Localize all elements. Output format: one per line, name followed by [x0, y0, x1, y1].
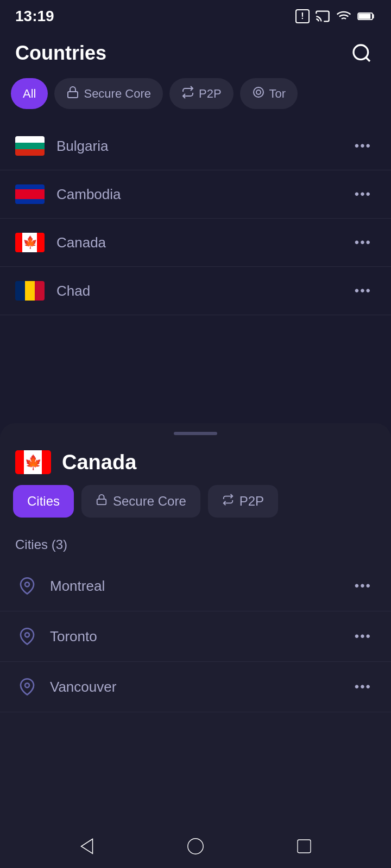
city-item-montreal[interactable]: Montreal ••• — [0, 561, 391, 611]
tab-tor[interactable]: Tor — [240, 78, 298, 109]
header: Countries — [0, 30, 391, 78]
filter-tabs: All Secure Core P2P Tor — [0, 78, 391, 122]
bottom-sheet-header: Canada — [0, 435, 391, 485]
country-name-chad: Chad — [56, 283, 350, 299]
status-time: 13:19 — [15, 8, 54, 25]
country-item-bulgaria[interactable]: Bulgaria ••• — [0, 122, 391, 170]
svg-rect-3 — [358, 14, 370, 19]
svg-line-5 — [366, 58, 370, 61]
svg-rect-9 — [97, 499, 106, 505]
svg-marker-13 — [81, 839, 93, 854]
battery-icon — [357, 10, 376, 23]
country-item-cambodia[interactable]: Cambodia ••• — [0, 170, 391, 219]
search-button[interactable] — [348, 39, 376, 67]
cast-icon — [315, 9, 330, 24]
tab-p2p[interactable]: P2P — [169, 78, 234, 109]
svg-rect-6 — [68, 92, 78, 98]
bottom-tab-cities[interactable]: Cities — [13, 485, 74, 518]
svg-rect-15 — [298, 840, 311, 853]
more-btn-toronto[interactable]: ••• — [350, 624, 376, 648]
bottom-tab-p2p-label: P2P — [239, 494, 264, 509]
city-name-montreal: Montreal — [50, 578, 350, 595]
recents-icon — [295, 838, 313, 855]
nav-back-button[interactable] — [71, 830, 103, 863]
tor-tab-icon — [252, 86, 265, 101]
status-icons: ! — [295, 9, 376, 24]
secure-core-tab-icon — [66, 86, 79, 101]
more-btn-bulgaria[interactable]: ••• — [350, 134, 376, 158]
country-item-chad[interactable]: Chad ••• — [0, 267, 391, 315]
bottom-navigation — [0, 825, 391, 868]
wifi-icon — [336, 9, 352, 24]
flag-bulgaria — [15, 136, 45, 156]
flag-cambodia — [15, 184, 45, 204]
tab-all-label: All — [23, 87, 36, 101]
country-name-canada: Canada — [56, 234, 350, 251]
bottom-tab-secure-core[interactable]: Secure Core — [81, 485, 200, 518]
page-title: Countries — [15, 42, 106, 65]
flag-chad — [15, 281, 45, 301]
bottom-sheet: Canada Cities Secure Core — [0, 423, 391, 868]
city-item-toronto[interactable]: Toronto ••• — [0, 611, 391, 662]
flag-canada — [15, 233, 45, 252]
bottom-tab-secure-core-label: Secure Core — [113, 494, 186, 509]
tab-secure-core[interactable]: Secure Core — [54, 78, 163, 109]
alert-icon: ! — [295, 9, 310, 23]
country-list: Bulgaria ••• Cambodia ••• Canada ••• Cha… — [0, 122, 391, 315]
search-icon — [351, 42, 373, 64]
svg-point-7 — [254, 87, 263, 97]
bottom-sheet-country-name: Canada — [62, 451, 136, 474]
bottom-tab-p2p[interactable]: P2P — [208, 485, 278, 518]
city-icon-toronto — [15, 624, 39, 648]
more-btn-chad[interactable]: ••• — [350, 279, 376, 303]
country-name-cambodia: Cambodia — [56, 186, 350, 203]
cities-section-title: Cities (3) — [0, 533, 391, 561]
city-name-toronto: Toronto — [50, 628, 350, 645]
p2p-tab-icon — [181, 86, 194, 101]
city-item-vancouver[interactable]: Vancouver ••• — [0, 662, 391, 712]
country-item-canada[interactable]: Canada ••• — [0, 219, 391, 267]
bottom-tab-cities-label: Cities — [27, 494, 60, 509]
svg-point-8 — [256, 90, 261, 94]
svg-point-4 — [354, 45, 368, 60]
bottom-p2p-icon — [222, 494, 234, 509]
home-icon — [186, 837, 205, 856]
status-bar: 13:19 ! — [0, 0, 391, 30]
more-btn-cambodia[interactable]: ••• — [350, 182, 376, 206]
svg-point-14 — [188, 839, 203, 854]
city-name-vancouver: Vancouver — [50, 679, 350, 695]
city-icon-vancouver — [15, 675, 39, 699]
svg-point-11 — [25, 633, 29, 637]
tab-all[interactable]: All — [11, 78, 48, 109]
svg-point-12 — [25, 683, 29, 687]
more-btn-montreal[interactable]: ••• — [350, 574, 376, 598]
tab-tor-label: Tor — [269, 87, 286, 101]
bottom-sheet-tabs: Cities Secure Core P2P — [0, 485, 391, 533]
tab-p2p-label: P2P — [199, 87, 222, 101]
bottom-secure-core-icon — [96, 494, 108, 509]
city-icon-montreal — [15, 574, 39, 598]
country-name-bulgaria: Bulgaria — [56, 138, 350, 155]
bottom-sheet-flag-canada — [15, 450, 51, 474]
more-btn-canada[interactable]: ••• — [350, 231, 376, 254]
nav-recents-button[interactable] — [288, 830, 320, 863]
tab-secure-core-label: Secure Core — [84, 87, 151, 101]
nav-home-button[interactable] — [179, 830, 212, 863]
back-icon — [77, 837, 97, 856]
more-btn-vancouver[interactable]: ••• — [350, 675, 376, 699]
svg-point-10 — [25, 582, 29, 586]
